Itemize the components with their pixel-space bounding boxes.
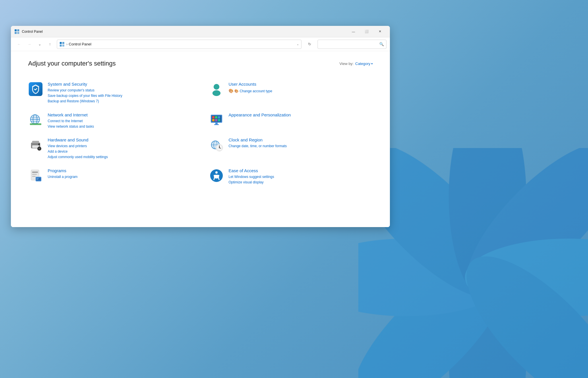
svg-rect-11 (17, 32, 19, 34)
network-internet-link-0[interactable]: Connect to the Internet (48, 118, 192, 124)
category-user-accounts: User Accounts 🎨 🎨 Change account type (209, 78, 373, 108)
svg-rect-33 (218, 119, 220, 121)
system-security-icon (28, 82, 43, 97)
svg-rect-30 (218, 116, 220, 118)
control-panel-window: Control Panel — ⬜ ✕ ← → ⌄ ↑ › Control Pa… (11, 26, 390, 227)
svg-point-18 (212, 90, 220, 96)
svg-rect-28 (212, 116, 214, 118)
system-security-title[interactable]: System and Security (48, 82, 192, 87)
hardware-sound-text: Hardware and Sound View devices and prin… (48, 137, 192, 160)
svg-rect-60 (36, 178, 39, 179)
view-by-control: View by: Category ▾ (339, 62, 373, 66)
up-button[interactable]: ↑ (45, 40, 55, 49)
svg-rect-14 (60, 45, 62, 47)
network-internet-title[interactable]: Network and Internet (48, 112, 192, 117)
programs-link-0[interactable]: Uninstall a program (48, 174, 192, 180)
svg-rect-40 (32, 146, 39, 147)
titlebar: Control Panel — ⬜ ✕ (11, 26, 390, 37)
search-input[interactable] (320, 42, 379, 46)
address-dropdown-chevron[interactable]: ⌄ (297, 43, 299, 46)
system-security-link-0[interactable]: Review your computer's status (48, 88, 192, 93)
network-internet-text: Network and Internet Connect to the Inte… (48, 112, 192, 129)
category-programs: Programs Uninstall a program (28, 164, 192, 189)
programs-text: Programs Uninstall a program (48, 168, 192, 180)
back-button[interactable]: ← (14, 40, 24, 49)
svg-rect-13 (62, 42, 64, 44)
category-ease-access: Ease of Access Let Windows suggest setti… (209, 164, 373, 189)
content-header: Adjust your computer's settings View by:… (28, 60, 373, 67)
user-accounts-text: User Accounts 🎨 🎨 Change account type (229, 82, 373, 94)
hardware-sound-title[interactable]: Hardware and Sound (48, 137, 192, 142)
clock-region-icon (209, 137, 224, 152)
svg-rect-8 (15, 29, 17, 31)
titlebar-title: Control Panel (22, 30, 347, 34)
system-security-text: System and Security Review your computer… (48, 82, 192, 104)
clock-region-title[interactable]: Clock and Region (229, 137, 373, 142)
category-system-security: System and Security Review your computer… (28, 78, 192, 108)
svg-rect-61 (36, 179, 38, 180)
ease-access-icon (209, 168, 224, 183)
system-security-link-2[interactable]: Backup and Restore (Windows 7) (48, 99, 192, 104)
svg-point-39 (38, 143, 40, 145)
clock-region-link-0[interactable]: Change date, time, or number formats (229, 143, 373, 149)
ease-access-text: Ease of Access Let Windows suggest setti… (229, 168, 373, 185)
svg-rect-56 (32, 174, 37, 175)
view-by-label: View by: (339, 62, 353, 66)
network-internet-icon (28, 112, 43, 127)
svg-rect-57 (32, 176, 36, 177)
svg-rect-29 (215, 116, 217, 118)
category-network-internet: Network and Internet Connect to the Inte… (28, 108, 192, 133)
close-button[interactable]: ✕ (373, 27, 386, 36)
svg-rect-34 (215, 123, 218, 124)
programs-icon (28, 168, 43, 183)
maximize-button[interactable]: ⬜ (360, 27, 373, 36)
search-bar: 🔍 (318, 40, 386, 49)
category-appearance: Appearance and Personalization (209, 108, 373, 133)
forward-button[interactable]: → (25, 40, 34, 49)
user-accounts-link-0[interactable]: 🎨 🎨 Change account type (229, 88, 373, 94)
ease-access-link-0[interactable]: Let Windows suggest settings (229, 174, 373, 180)
hardware-sound-icon (28, 137, 43, 152)
recent-locations-button[interactable]: ⌄ (35, 40, 44, 49)
svg-rect-31 (212, 119, 214, 121)
hardware-sound-link-1[interactable]: Add a device (48, 149, 192, 154)
svg-rect-55 (32, 172, 38, 173)
navigation-bar: ← → ⌄ ↑ › Control Panel ⌄ ↻ 🔍 (11, 37, 390, 51)
svg-point-17 (214, 84, 219, 90)
view-by-chevron: ▾ (371, 62, 373, 65)
clock-region-text: Clock and Region Change date, time, or n… (229, 137, 373, 149)
titlebar-app-icon (14, 29, 20, 34)
minimize-button[interactable]: — (347, 27, 360, 36)
content-area: Adjust your computer's settings View by:… (11, 51, 390, 227)
category-clock-region: Clock and Region Change date, time, or n… (209, 133, 373, 164)
titlebar-controls: — ⬜ ✕ (347, 27, 386, 36)
svg-rect-25 (30, 123, 41, 125)
svg-rect-10 (15, 32, 17, 34)
programs-title[interactable]: Programs (48, 168, 192, 173)
user-accounts-title[interactable]: User Accounts (229, 82, 373, 87)
address-bar: › Control Panel ⌄ (57, 40, 301, 49)
appearance-title[interactable]: Appearance and Personalization (229, 112, 373, 117)
hardware-sound-link-0[interactable]: View devices and printers (48, 143, 192, 149)
search-icon[interactable]: 🔍 (379, 42, 384, 46)
address-text: Control Panel (69, 42, 295, 46)
svg-point-63 (215, 171, 218, 174)
svg-point-44 (38, 148, 39, 148)
hardware-sound-link-2[interactable]: Adjust commonly used mobility settings (48, 154, 192, 160)
ease-access-link-1[interactable]: Optimize visual display (229, 180, 373, 185)
appearance-icon (209, 112, 224, 127)
view-by-value[interactable]: Category ▾ (355, 62, 373, 66)
appearance-text: Appearance and Personalization (229, 112, 373, 118)
refresh-button[interactable]: ↻ (305, 40, 314, 49)
network-internet-link-1[interactable]: View network status and tasks (48, 124, 192, 129)
svg-point-53 (219, 147, 220, 148)
system-security-link-1[interactable]: Save backup copies of your files with Fi… (48, 93, 192, 99)
svg-rect-15 (62, 45, 64, 47)
svg-rect-37 (32, 141, 39, 143)
svg-rect-9 (17, 29, 19, 31)
address-bar-icon (59, 42, 65, 47)
svg-rect-35 (214, 124, 219, 125)
ease-access-title[interactable]: Ease of Access (229, 168, 373, 173)
svg-rect-12 (60, 42, 62, 44)
svg-rect-32 (215, 119, 217, 121)
